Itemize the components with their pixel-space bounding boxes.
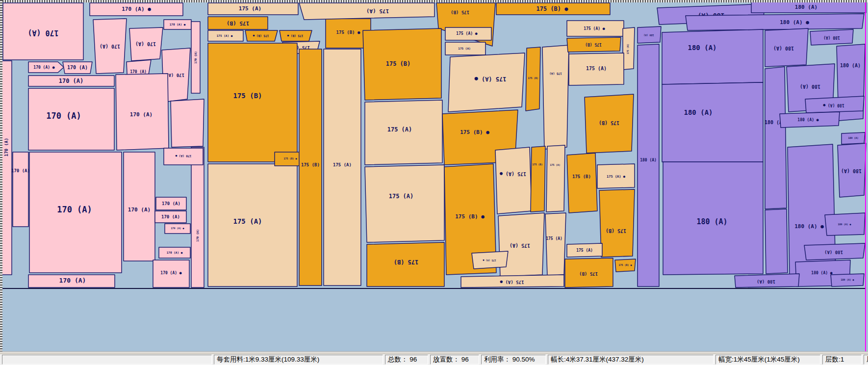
pattern-piece-180-A[interactable]	[765, 67, 787, 209]
pattern-piece-175-A[interactable]	[461, 275, 564, 287]
pattern-piece-175-B[interactable]	[496, 3, 610, 15]
pattern-piece-175-A[interactable]	[445, 27, 491, 40]
pattern-piece-170-A[interactable]	[164, 148, 203, 165]
pattern-piece-180-A[interactable]	[838, 143, 866, 197]
pattern-piece-175-B[interactable]	[526, 47, 540, 111]
pattern-piece-170-A[interactable]	[153, 260, 189, 287]
pattern-piece-175-A[interactable]	[208, 164, 297, 287]
pattern-piece-175-A[interactable]	[623, 27, 635, 70]
pattern-piece-170-A[interactable]	[116, 74, 169, 150]
pattern-piece-175-A[interactable]	[495, 147, 532, 214]
top-edge-ruler	[0, 0, 868, 2]
pattern-piece-170-A[interactable]	[3, 3, 83, 60]
pattern-piece-170-A[interactable]	[28, 62, 64, 73]
pattern-piece-175-A[interactable]	[208, 3, 298, 15]
pattern-piece-170-A[interactable]	[165, 224, 190, 234]
status-panel-6: 层数:1	[822, 355, 862, 365]
pattern-piece-175-B[interactable]	[567, 37, 621, 52]
pattern-piece-180-A[interactable]	[842, 132, 865, 144]
pattern-piece-175-B[interactable]	[280, 30, 312, 41]
status-panel-7: 厘米	[864, 355, 868, 365]
pattern-piece-175-B[interactable]	[599, 189, 635, 257]
pattern-piece-180-A[interactable]	[831, 274, 864, 287]
pattern-piece-170-A[interactable]	[129, 27, 163, 61]
pattern-piece-175-A[interactable]	[208, 30, 243, 41]
pattern-piece-170-A[interactable]	[63, 62, 92, 74]
marker-end-line	[865, 2, 866, 351]
pattern-piece-175-B[interactable]	[245, 30, 278, 41]
pattern-piece-180-A[interactable]	[663, 162, 763, 275]
nesting-canvas[interactable]: 170 (A)170 (A) ●170 (A)170 (A)170 (A) ●1…	[0, 0, 868, 351]
pattern-piece-175-B[interactable]	[363, 28, 441, 100]
marker-window: 170 (A)170 (A) ●170 (A)170 (A)170 (A) ●1…	[0, 0, 868, 365]
pattern-piece-180-A[interactable]	[735, 274, 799, 287]
pattern-piece-180-A[interactable]	[805, 96, 864, 113]
pattern-piece-170-A[interactable]	[2, 61, 12, 275]
pattern-piece-175-A[interactable]	[365, 165, 444, 242]
pattern-piece-170-A[interactable]	[90, 3, 183, 16]
pattern-piece-170-A[interactable]	[13, 152, 28, 227]
pattern-piece-175-B[interactable]	[567, 153, 597, 213]
pattern-piece-175-B[interactable]	[208, 17, 268, 29]
pattern-piece-170-A[interactable]	[159, 247, 190, 258]
status-panel-0: 每套用料:1米9.33厘米(109.33厘米)	[214, 355, 383, 365]
pattern-piece-blank[interactable]	[765, 209, 788, 274]
pattern-piece-175-B[interactable]	[565, 258, 613, 287]
pattern-piece-175-B[interactable]	[585, 94, 634, 153]
pattern-piece-175-A[interactable]	[597, 164, 635, 188]
status-panel-empty	[2, 355, 212, 365]
pattern-piece-180-A[interactable]	[638, 26, 661, 43]
pattern-piece-175-A[interactable]	[542, 45, 569, 149]
pattern-piece-180-A[interactable]	[662, 82, 763, 162]
pattern-piece-170-A[interactable]	[28, 88, 114, 150]
pattern-piece-175-A[interactable]	[365, 100, 442, 165]
pattern-piece-175-A[interactable]	[546, 145, 565, 212]
pattern-piece-175-A[interactable]	[567, 243, 602, 257]
pattern-piece-175-B[interactable]	[615, 259, 636, 272]
pattern-piece-180-A[interactable]	[751, 2, 866, 13]
pattern-piece-175-A[interactable]	[299, 3, 434, 20]
pattern-piece-175-A[interactable]	[445, 42, 485, 55]
pattern-piece-170-A[interactable]	[191, 22, 200, 93]
pattern-piece-175-A[interactable]	[448, 53, 525, 112]
left-edge-ruler	[0, 0, 2, 351]
pattern-piece-180-A[interactable]	[825, 213, 865, 235]
status-panel-2: 放置数： 96	[430, 355, 479, 365]
pattern-piece-180-A[interactable]	[810, 29, 853, 45]
pattern-piece-180-A[interactable]	[765, 28, 808, 67]
pattern-piece-170-A[interactable]	[156, 197, 186, 210]
pattern-piece-175-A[interactable]	[545, 213, 566, 276]
fabric-bottom-edge-line	[2, 288, 865, 289]
pattern-piece-180-A[interactable]	[804, 243, 865, 260]
pattern-piece-170-A[interactable]	[28, 275, 115, 287]
pattern-piece-175-B[interactable]	[299, 49, 322, 286]
pattern-piece-175-B[interactable]	[208, 43, 297, 162]
pattern-piece-175-B[interactable]	[367, 242, 444, 287]
status-panel-3: 利用率： 90.50%	[481, 355, 546, 365]
pattern-piece-180-A[interactable]	[662, 29, 763, 84]
status-panel-4: 幅长:4米37.31厘米(437.32厘米)	[548, 355, 714, 365]
pattern-piece-170-A[interactable]	[28, 76, 114, 86]
pattern-piece-175-A[interactable]	[567, 21, 624, 36]
pattern-piece-180-A[interactable]	[638, 44, 659, 287]
pattern-piece-175-B[interactable]	[531, 146, 545, 212]
pattern-piece-175-A[interactable]	[472, 251, 508, 269]
pattern-piece-170-A[interactable]	[155, 211, 186, 223]
pattern-piece-170-A[interactable]	[164, 20, 191, 29]
pattern-piece-170-A[interactable]	[191, 147, 204, 287]
pattern-piece-blank[interactable]	[171, 99, 204, 147]
pattern-piece-170-A[interactable]	[93, 19, 127, 74]
pattern-piece-170-A[interactable]	[124, 152, 155, 261]
pattern-piece-175-A[interactable]	[569, 53, 624, 85]
status-bar: 每套用料:1米9.33厘米(109.33厘米)总数： 96放置数： 96利用率：…	[0, 354, 868, 365]
status-panel-1: 总数： 96	[385, 355, 428, 365]
pattern-piece-180-A[interactable]	[780, 112, 840, 128]
pattern-piece-170-A[interactable]	[29, 152, 122, 273]
pattern-piece-175-A[interactable]	[324, 49, 361, 286]
pattern-pieces-layer: 170 (A)170 (A) ●170 (A)170 (A)170 (A) ●1…	[0, 0, 868, 351]
pattern-piece-180-A[interactable]	[686, 14, 864, 30]
status-panel-5: 幅宽:1米45厘米(1米45厘米)	[715, 355, 820, 365]
